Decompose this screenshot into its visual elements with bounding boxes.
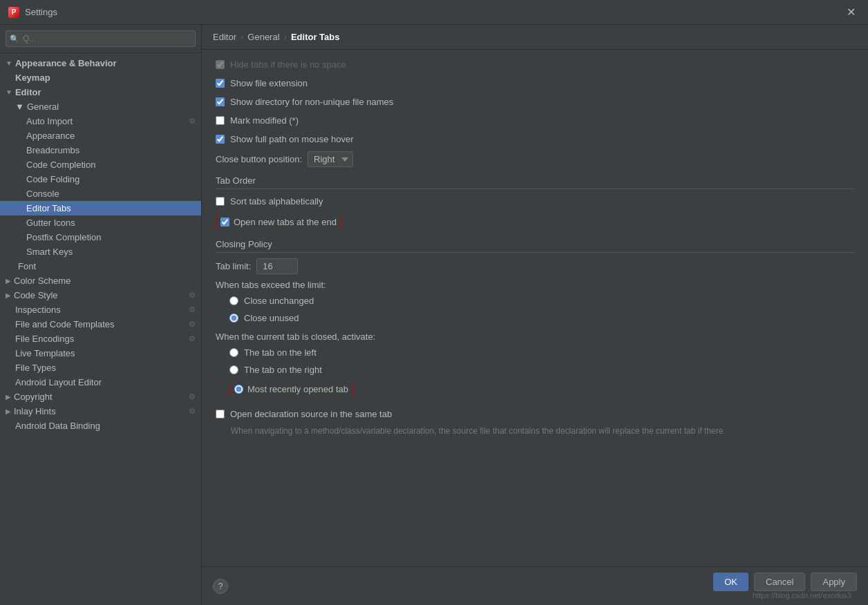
radio-row-close-unchanged: Close unchanged: [229, 294, 854, 307]
tab-order-section: Tab Order: [216, 175, 854, 189]
sidebar-item-gutter-icons[interactable]: Gutter Icons: [0, 215, 201, 230]
sidebar-item-label: Editor: [15, 87, 41, 97]
search-input[interactable]: [6, 30, 196, 47]
sidebar-item-console[interactable]: Console: [0, 186, 201, 201]
when-closed-label-row: When the current tab is closed, activate…: [216, 332, 854, 342]
open-new-end-highlight: Open new tabs at the end: [216, 215, 341, 229]
close-unchanged-label: Close unchanged: [244, 296, 314, 306]
sidebar-item-label: Appearance: [26, 131, 75, 141]
search-icon: 🔍: [10, 35, 19, 44]
breadcrumb: Editor › General › Editor Tabs: [202, 25, 868, 50]
sidebar-item-appearance[interactable]: Appearance: [0, 128, 201, 143]
sidebar-item-label: Code Folding: [26, 174, 79, 184]
app-icon: P: [8, 7, 19, 18]
open-declaration-checkbox[interactable]: [216, 410, 225, 419]
title-bar: P Settings ✕: [0, 0, 868, 25]
tab-left-radio[interactable]: [229, 348, 238, 357]
cancel-button[interactable]: Cancel: [754, 573, 805, 591]
tab-right-radio[interactable]: [229, 365, 238, 374]
title-bar-left: P Settings: [8, 7, 57, 18]
sidebar-item-editor[interactable]: ▼ Editor: [0, 85, 201, 99]
show-full-path-checkbox[interactable]: [216, 135, 225, 144]
hide-tabs-label: Hide tabs if there is no space: [230, 59, 346, 70]
apply-button[interactable]: Apply: [811, 573, 857, 591]
show-extension-checkbox[interactable]: [216, 79, 225, 88]
sidebar-item-android-layout-editor[interactable]: Android Layout Editor: [0, 375, 201, 390]
settings-icon: ⚙: [189, 117, 196, 126]
sidebar-item-color-scheme[interactable]: ▶ Color Scheme: [0, 273, 201, 288]
close-unused-radio[interactable]: [229, 314, 238, 323]
checkbox-row-show-extension: Show file extension: [216, 77, 854, 90]
sidebar-item-label: Editor Tabs: [26, 203, 71, 213]
checkbox-row-sort-alpha: Sort tabs alphabetically: [216, 195, 854, 208]
hide-tabs-checkbox[interactable]: [216, 60, 225, 69]
settings-content: Hide tabs if there is no space Show file…: [202, 50, 868, 566]
sidebar-item-appearance-behavior[interactable]: ▼ Appearance & Behavior: [0, 56, 201, 70]
sidebar-item-postfix-completion[interactable]: Postfix Completion: [0, 230, 201, 244]
sidebar-item-breadcrumbs[interactable]: Breadcrumbs: [0, 143, 201, 157]
expand-arrow: ▼: [15, 102, 24, 112]
open-new-end-checkbox[interactable]: [220, 218, 229, 227]
sidebar-item-label: Android Data Binding: [15, 421, 100, 431]
sidebar-item-label: General: [27, 102, 59, 112]
tab-limit-row: Tab limit:: [216, 258, 854, 274]
sidebar-item-general[interactable]: ▼ General: [0, 99, 201, 114]
sidebar-item-file-types[interactable]: File Types: [0, 361, 201, 375]
tab-limit-input[interactable]: [256, 258, 298, 274]
checkbox-row-open-new-end: Open new tabs at the end: [216, 213, 854, 231]
sidebar-item-code-style[interactable]: ▶ Code Style ⚙: [0, 288, 201, 302]
sidebar-item-auto-import[interactable]: Auto Import ⚙: [0, 114, 201, 128]
radio-row-tab-right: The tab on the right: [229, 363, 854, 376]
when-closed-label: When the current tab is closed, activate…: [216, 332, 375, 342]
close-button[interactable]: ✕: [842, 4, 860, 20]
sidebar-item-label: Color Scheme: [14, 276, 70, 286]
sidebar-item-live-templates[interactable]: Live Templates: [0, 346, 201, 361]
settings-icon: ⚙: [189, 291, 196, 300]
close-button-position-row: Close button position: None Left Right: [216, 151, 854, 167]
open-declaration-label: Open declaration source in the same tab: [230, 409, 392, 419]
sidebar-item-editor-tabs[interactable]: Editor Tabs: [0, 201, 201, 215]
settings-icon: ⚙: [189, 334, 196, 343]
sidebar-item-font[interactable]: Font: [0, 259, 201, 273]
expand-arrow: ▼: [6, 88, 12, 96]
sidebar-item-inlay-hints[interactable]: ▶ Inlay Hints ⚙: [0, 404, 201, 419]
search-box: 🔍: [0, 25, 201, 53]
most-recent-radio[interactable]: [234, 385, 243, 394]
sidebar-item-smart-keys[interactable]: Smart Keys: [0, 244, 201, 259]
sort-alpha-checkbox[interactable]: [216, 197, 225, 206]
closing-policy-section: Closing Policy: [216, 239, 854, 253]
sidebar-item-code-completion[interactable]: Code Completion: [0, 157, 201, 172]
sidebar-item-inspections[interactable]: Inspections ⚙: [0, 302, 201, 317]
main-panel: Editor › General › Editor Tabs Hide tabs…: [202, 25, 868, 605]
show-directory-label: Show directory for non-unique file names: [230, 97, 393, 107]
sidebar-item-file-encodings[interactable]: File Encodings ⚙: [0, 332, 201, 346]
close-button-position-select[interactable]: None Left Right: [308, 151, 353, 167]
open-declaration-row: Open declaration source in the same tab …: [216, 407, 854, 436]
sidebar: 🔍 ▼ Appearance & Behavior Keymap ▼ Edito…: [0, 25, 202, 605]
close-unchanged-radio[interactable]: [229, 296, 238, 305]
ok-button[interactable]: OK: [713, 573, 748, 591]
sidebar-item-label: Console: [26, 189, 59, 199]
mark-modified-checkbox[interactable]: [216, 116, 225, 125]
sidebar-item-label: File Encodings: [15, 334, 74, 344]
sidebar-item-copyright[interactable]: ▶ Copyright ⚙: [0, 390, 201, 404]
close-button-position-label: Close button position:: [216, 154, 302, 164]
settings-icon: ⚙: [189, 392, 196, 401]
checkbox-row-mark-modified: Mark modified (*): [216, 114, 854, 127]
sidebar-item-code-folding[interactable]: Code Folding: [0, 172, 201, 186]
sidebar-item-label: Code Completion: [26, 160, 95, 170]
sidebar-item-android-data-binding[interactable]: Android Data Binding: [0, 419, 201, 433]
settings-dialog: P Settings ✕ 🔍 ▼ Appearance & Behavior: [0, 0, 868, 605]
open-new-end-label: Open new tabs at the end: [234, 217, 337, 227]
sidebar-item-keymap[interactable]: Keymap: [0, 70, 201, 85]
show-directory-checkbox[interactable]: [216, 97, 225, 106]
content-area: 🔍 ▼ Appearance & Behavior Keymap ▼ Edito…: [0, 25, 868, 605]
sidebar-item-label: Copyright: [14, 392, 53, 402]
help-button[interactable]: ?: [213, 579, 228, 594]
expand-arrow: ▶: [6, 277, 11, 285]
checkbox-open-declaration: Open declaration source in the same tab: [216, 407, 854, 421]
sidebar-item-label: Appearance & Behavior: [15, 58, 117, 68]
expand-arrow: ▶: [6, 291, 11, 299]
sidebar-item-label: Code Style: [14, 290, 58, 300]
sidebar-item-file-code-templates[interactable]: File and Code Templates ⚙: [0, 317, 201, 332]
